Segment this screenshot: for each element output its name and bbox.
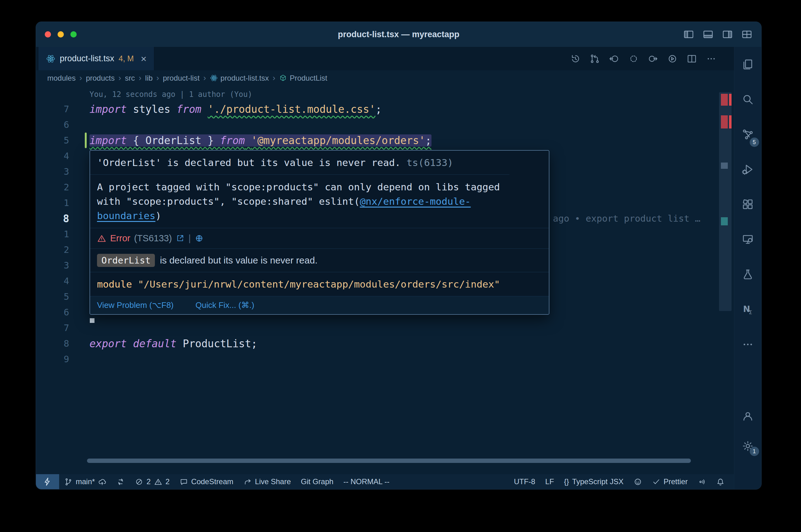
breadcrumb-item-src[interactable]: src [125, 74, 135, 82]
compare-item[interactable] [111, 474, 130, 489]
line-number[interactable]: 3 [36, 166, 69, 177]
navigate-back-icon[interactable] [609, 54, 620, 64]
overview-ruler[interactable] [719, 86, 731, 455]
tab-product-list[interactable]: product-list.tsx 4, M × [38, 47, 154, 70]
gutter-change-decoration [85, 101, 87, 117]
breadcrumb-label: product-list.tsx [221, 74, 269, 82]
breadcrumb-label: modules [47, 74, 76, 82]
blame-codelens[interactable]: You, 12 seconds ago | 1 author (You) [36, 86, 734, 101]
code-line[interactable]: 7 [36, 320, 734, 336]
toggle-panel-icon[interactable] [703, 29, 714, 40]
git-graph-item[interactable]: Git Graph [296, 474, 339, 489]
circle-outline-icon[interactable] [628, 54, 639, 64]
breadcrumb-item-products[interactable]: products [86, 74, 114, 82]
breadcrumb-separator: › [79, 73, 82, 83]
cloud-upload-icon [98, 478, 106, 486]
code-line[interactable]: 5import { OrderList } from '@myreactapp/… [36, 133, 734, 148]
encoding-item[interactable]: UTF-8 [509, 474, 540, 489]
code-line[interactable]: 6 [36, 117, 734, 133]
code-editor[interactable]: You, 12 seconds ago | 1 author (You) 7im… [36, 86, 734, 474]
code-token: OrderList [145, 134, 201, 147]
line-number[interactable]: 1 [36, 229, 69, 240]
breadcrumb-item-productlist[interactable]: ProductList [279, 74, 327, 82]
timeline-icon[interactable] [570, 54, 581, 64]
line-number[interactable]: 4 [36, 276, 69, 286]
more-actions-icon[interactable] [706, 54, 716, 64]
error-mark [729, 115, 731, 129]
view-problem-link[interactable]: View Problem (⌥F8) [97, 300, 174, 310]
accounts-activity-item[interactable] [734, 401, 762, 431]
status-text: 2 [146, 477, 150, 486]
close-tab-button[interactable]: × [141, 54, 147, 64]
notifications-item[interactable] [711, 474, 730, 489]
close-window-button[interactable] [45, 31, 51, 38]
broadcast-item[interactable] [693, 474, 711, 489]
split-editor-icon[interactable] [687, 54, 697, 64]
status-text: Prettier [663, 477, 688, 486]
minimize-window-button[interactable] [58, 31, 64, 38]
settings-activity-item[interactable]: 1 [734, 431, 762, 461]
extensions-activity-item[interactable] [734, 187, 762, 222]
eol-item[interactable]: LF [540, 474, 559, 489]
vscode-window: product-list.tsx — myreactapp product-li… [36, 22, 762, 490]
external-link-icon[interactable] [176, 234, 185, 243]
breadcrumb-item-product-list[interactable]: product-list [163, 74, 199, 82]
line-number[interactable]: 5 [36, 291, 69, 302]
status-text: UTF-8 [514, 477, 535, 486]
toggle-secondary-sidebar-icon[interactable] [722, 29, 733, 40]
live-share-item[interactable]: Live Share [238, 474, 296, 489]
more-views-activity-item[interactable] [734, 327, 762, 362]
line-number[interactable]: 7 [36, 323, 69, 333]
line-number[interactable]: 8 [36, 338, 69, 349]
line-number[interactable]: 8 [36, 212, 69, 225]
code-token: styles [127, 103, 177, 115]
line-number[interactable]: 4 [36, 151, 69, 161]
line-number[interactable]: 9 [36, 354, 69, 364]
line-number[interactable]: 6 [36, 307, 69, 318]
line-number[interactable]: 1 [36, 197, 69, 208]
problems-item[interactable]: 22 [130, 474, 175, 489]
language-item[interactable]: {}TypeScript JSX [559, 474, 629, 489]
line-number[interactable]: 3 [36, 260, 69, 271]
code-token [127, 338, 133, 350]
codestream-item[interactable]: CodeStream [175, 474, 238, 489]
prettier-item[interactable]: Prettier [647, 474, 693, 489]
line-number[interactable]: 7 [36, 104, 69, 114]
gutter-change-decoration [85, 164, 87, 179]
source-control-activity-item[interactable]: 5 [734, 117, 762, 152]
breadcrumb-item-lib[interactable]: lib [145, 74, 153, 82]
toggle-sidebar-icon[interactable] [683, 29, 694, 40]
copilot-item[interactable] [629, 474, 647, 489]
error-circle-icon [135, 478, 143, 486]
horizontal-scrollbar[interactable] [87, 459, 691, 463]
remote-explorer-activity-item[interactable] [734, 222, 762, 257]
nx-console-activity-item[interactable]: NΣ [734, 292, 762, 327]
quick-fix-link[interactable]: Quick Fix... (⌘.) [196, 300, 254, 310]
run-debug-activity-item[interactable] [734, 152, 762, 187]
code-line[interactable]: 7import styles from './product-list.modu… [36, 101, 734, 117]
more-views-icon [742, 338, 754, 351]
remote-indicator[interactable] [36, 474, 59, 489]
line-number[interactable]: 2 [36, 244, 69, 255]
run-file-icon[interactable] [667, 54, 678, 64]
change-mark [721, 163, 728, 169]
search-activity-item[interactable] [734, 82, 762, 117]
zoom-window-button[interactable] [70, 31, 77, 38]
line-number[interactable]: 6 [36, 119, 69, 130]
run-debug-icon [742, 163, 754, 176]
vim-mode-item[interactable]: -- NORMAL -- [339, 474, 395, 489]
breadcrumb-item-product-list-tsx[interactable]: product-list.tsx [210, 74, 269, 82]
branch-item[interactable]: main* [59, 474, 111, 489]
testing-activity-item[interactable] [734, 257, 762, 292]
code-token [245, 134, 251, 147]
circle-arrow-icon[interactable] [648, 54, 658, 64]
line-number[interactable]: 2 [36, 182, 69, 193]
code-line[interactable]: 8export default ProductList; [36, 336, 734, 352]
breadcrumb-item-modules[interactable]: modules [47, 74, 76, 82]
customize-layout-icon[interactable] [741, 29, 752, 40]
explorer-activity-item[interactable] [734, 47, 762, 82]
line-number[interactable]: 5 [36, 135, 69, 146]
code-line[interactable]: 9 [36, 352, 734, 367]
globe-icon[interactable] [195, 234, 204, 243]
compare-ref-icon[interactable] [589, 54, 600, 64]
